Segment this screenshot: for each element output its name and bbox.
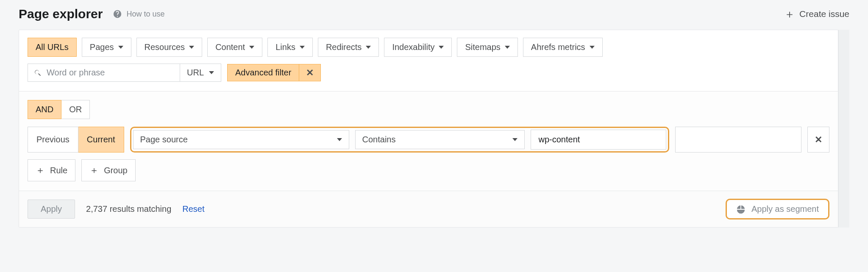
create-issue-label: Create issue <box>799 9 849 19</box>
tab-sitemaps[interactable]: Sitemaps <box>457 38 517 57</box>
caret-down-icon <box>118 46 123 49</box>
how-to-use-link[interactable]: How to use <box>113 9 164 19</box>
rule-value-input[interactable] <box>538 134 659 145</box>
caret-down-icon <box>505 46 510 49</box>
caret-down-icon <box>337 138 342 141</box>
scrollbar-gutter <box>838 30 849 228</box>
caret-down-icon <box>249 46 254 49</box>
reset-link[interactable]: Reset <box>182 204 204 214</box>
tab-all-urls[interactable]: All URLs <box>28 38 77 57</box>
caret-down-icon <box>189 46 194 49</box>
caret-down-icon <box>512 138 517 141</box>
add-rule-button[interactable]: ＋ Rule <box>28 159 75 181</box>
page-title: Page explorer <box>19 7 103 21</box>
rule-field-select[interactable]: Page source <box>133 130 349 149</box>
crawl-previous-toggle[interactable]: Previous <box>28 127 78 153</box>
plus-icon: ＋ <box>89 164 99 177</box>
caret-down-icon <box>439 46 444 49</box>
rule-value-input-wrap[interactable] <box>531 130 666 150</box>
advanced-filter-chip[interactable]: Advanced filter <box>227 64 299 81</box>
plus-icon: ＋ <box>36 164 45 177</box>
search-input[interactable] <box>46 67 174 78</box>
crawl-current-toggle[interactable]: Current <box>78 127 124 153</box>
question-circle-icon <box>113 9 122 19</box>
caret-down-icon <box>209 71 214 74</box>
tab-ahrefs-metrics[interactable]: Ahrefs metrics <box>523 38 603 57</box>
rule-operator-select[interactable]: Contains <box>355 130 525 149</box>
filter-panel: All URLs Pages Resources Content Links R… <box>19 30 838 228</box>
how-to-use-label: How to use <box>126 10 164 19</box>
tab-links[interactable]: Links <box>267 38 313 57</box>
logic-and-toggle[interactable]: AND <box>28 100 61 119</box>
tab-redirects[interactable]: Redirects <box>318 38 379 57</box>
tab-pages[interactable]: Pages <box>82 38 131 57</box>
results-count: 2,737 results matching <box>86 204 171 214</box>
logic-or-toggle[interactable]: OR <box>61 100 90 119</box>
rule-row-trail <box>675 127 801 153</box>
close-icon: ✕ <box>306 68 314 78</box>
search-icon <box>34 69 42 77</box>
advanced-filter-remove[interactable]: ✕ <box>299 64 321 81</box>
search-input-group[interactable] <box>28 64 180 82</box>
apply-button[interactable]: Apply <box>28 200 75 219</box>
tab-indexability[interactable]: Indexability <box>384 38 452 57</box>
add-group-button[interactable]: ＋ Group <box>81 159 136 181</box>
close-icon: ✕ <box>815 135 822 144</box>
highlighted-rule-inputs: Page source Contains <box>130 127 669 153</box>
create-issue-button[interactable]: ＋ Create issue <box>784 9 849 19</box>
delete-rule-button[interactable]: ✕ <box>807 127 829 153</box>
pie-chart-icon <box>736 205 746 214</box>
caret-down-icon <box>590 46 595 49</box>
caret-down-icon <box>366 46 371 49</box>
caret-down-icon <box>300 46 305 49</box>
apply-as-segment-button[interactable]: Apply as segment <box>726 199 829 219</box>
tab-resources[interactable]: Resources <box>136 38 203 57</box>
tab-content[interactable]: Content <box>207 38 262 57</box>
search-scope-select[interactable]: URL <box>180 64 221 82</box>
